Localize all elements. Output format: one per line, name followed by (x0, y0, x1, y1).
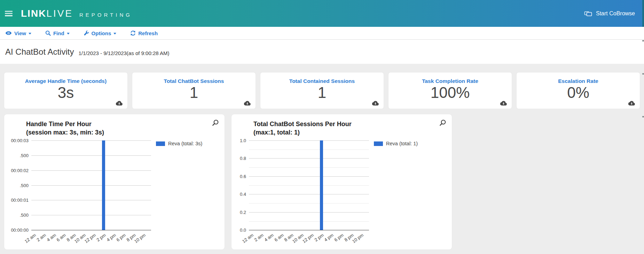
cloud-download-icon[interactable] (372, 101, 379, 106)
search-icon (45, 30, 51, 36)
x-axis-line (31, 230, 151, 231)
cloud-download-icon[interactable] (500, 101, 507, 106)
stat-card: Escalation Rate0% (517, 72, 640, 109)
chart-panel-handle-time: Handle Time Per Hour (session max: 3s, m… (4, 114, 225, 249)
gridline (31, 215, 151, 215)
minor-gridline (249, 149, 369, 150)
minor-gridline (249, 221, 369, 222)
stat-label: Escalation Rate (517, 78, 640, 84)
y-axis-label: 0.4 (222, 192, 246, 197)
find-label: Find (53, 30, 64, 36)
refresh-button[interactable]: Refresh (130, 30, 158, 36)
data-bar[interactable] (102, 140, 105, 230)
x-axis-label: 6 pm (333, 232, 345, 243)
chevron-down-icon (67, 33, 70, 34)
stat-label: Task Completion Rate (388, 78, 512, 84)
cobrowse-label: Start CoBrowse (596, 10, 635, 17)
y-axis-label: .500 (4, 213, 29, 218)
y-axis-label: 1.0 (222, 138, 246, 143)
chart-title: Handle Time Per Hour (session max: 3s, m… (26, 120, 104, 137)
gridline (249, 158, 369, 159)
gridline (249, 140, 369, 141)
x-axis-label: 4 pm (323, 232, 335, 243)
stat-value: 100% (388, 85, 512, 101)
stat-card: Average Handle Time (seconds)3s (4, 72, 127, 109)
find-menu-button[interactable]: Find (45, 30, 70, 36)
report-date-range: 1/1/2023 - 9/12/2023(as of 9:00:28 AM) (78, 50, 169, 56)
legend-swatch (156, 141, 165, 146)
view-label: View (14, 30, 26, 36)
stat-card: Total Contained Sessions1 (260, 72, 384, 109)
magnifier-zoom-icon[interactable] (439, 119, 446, 126)
scrollbar-thumb[interactable] (642, 0, 644, 27)
cloud-download-icon[interactable] (244, 101, 251, 106)
y-axis-label: 00:00:03 (4, 138, 29, 143)
minor-gridline (249, 185, 369, 186)
chart-legend: Reva (total: 1) (374, 141, 418, 146)
wrench-icon (84, 30, 89, 36)
cobrowse-screens-icon (584, 10, 592, 17)
stat-card: Task Completion Rate100% (388, 72, 512, 109)
chart-panels-row: Handle Time Per Hour (session max: 3s, m… (4, 114, 644, 249)
legend-label: Reva (total: 3s) (168, 141, 202, 146)
cloud-download-icon[interactable] (628, 101, 635, 106)
chart-title: Total ChatBot Sessions Per Hour (max:1, … (253, 120, 352, 137)
x-axis-label: 10 pm (133, 232, 147, 244)
eye-icon (5, 31, 12, 36)
y-axis-label: 0.8 (222, 156, 246, 161)
hamburger-menu-icon[interactable] (5, 11, 13, 16)
x-axis-label: 10 am (73, 232, 87, 244)
x-axis-label: 2 am (36, 232, 47, 243)
page-title: AI ChatBot Activity (5, 47, 74, 57)
options-label: Options (92, 30, 111, 36)
x-axis-label: 12 am (241, 232, 254, 244)
gridline (249, 212, 369, 213)
legend-swatch (374, 141, 383, 146)
y-axis-label: 0.2 (222, 210, 246, 215)
refresh-label: Refresh (138, 30, 158, 36)
x-axis-label: 10 pm (351, 232, 364, 244)
x-axis-label: 4 am (263, 232, 274, 243)
magnifier-zoom-icon[interactable] (212, 119, 219, 126)
chevron-down-icon (29, 33, 31, 34)
stat-card: Total ChatBot Sessions1 (132, 72, 256, 109)
logo-link-text: LINK (21, 8, 46, 19)
stat-cards-row: Average Handle Time (seconds)3sTotal Cha… (4, 72, 640, 109)
chevron-down-icon (113, 33, 116, 34)
logo-live-text: LIVE (46, 8, 73, 19)
minor-gridline (249, 167, 369, 168)
x-axis-label: 12 am (24, 232, 37, 244)
y-axis-label: 00:00:01 (4, 198, 29, 203)
app-header: LINK LIVE REPORTING Start CoBrowse (0, 0, 644, 27)
report-title-row: AI ChatBot Activity 1/1/2023 - 9/12/2023… (0, 40, 644, 64)
gridline (249, 194, 369, 194)
start-cobrowse-button[interactable]: Start CoBrowse (584, 0, 635, 27)
x-axis-label: 4 am (46, 232, 57, 243)
stat-value: 3s (4, 85, 127, 101)
gridline (31, 185, 151, 186)
y-axis-label: .500 (4, 183, 29, 188)
logo-reporting-text: REPORTING (79, 12, 132, 18)
y-axis-label: 0.0 (222, 228, 246, 233)
x-axis-label: 2 pm (313, 232, 324, 243)
options-menu-button[interactable]: Options (84, 30, 117, 36)
y-axis-label: 00:00:00 (4, 228, 29, 233)
cloud-download-icon[interactable] (116, 101, 123, 106)
x-axis-label: 10 am (291, 232, 305, 244)
x-axis-line (249, 230, 369, 231)
x-axis-label: 2 pm (95, 232, 107, 243)
y-axis-label: 00:00:02 (4, 168, 29, 173)
stat-label: Total ChatBot Sessions (132, 78, 256, 84)
stat-label: Total Contained Sessions (260, 78, 384, 84)
data-bar[interactable] (320, 140, 323, 230)
x-axis-label: 6 am (273, 232, 284, 243)
app-logo: LINK LIVE REPORTING (21, 8, 132, 19)
y-axis-label: .500 (4, 153, 29, 158)
x-axis-label: 2 am (253, 232, 265, 243)
view-menu-button[interactable]: View (5, 30, 31, 36)
chart-panel-sessions: Total ChatBot Sessions Per Hour (max:1, … (231, 114, 452, 249)
x-axis-label: 12 pm (301, 232, 314, 244)
stat-value: 1 (260, 85, 384, 101)
vertical-scrollbar[interactable] (642, 0, 644, 254)
handle-time-chart-plot: 00:00:03.50000:00:02.50000:00:01.50000:0… (31, 140, 151, 230)
